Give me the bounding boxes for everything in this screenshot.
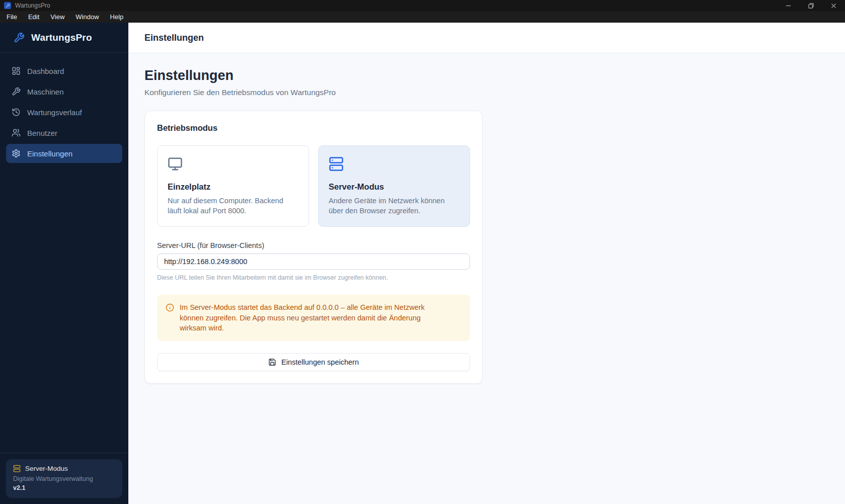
header-title: Einstellungen [144, 33, 204, 43]
status-subtitle: Digitale Wartungsverwaltung [13, 475, 115, 482]
sidebar-item-label: Wartungsverlauf [27, 108, 82, 117]
server-mode-status-box: Server-Modus Digitale Wartungsverwaltung… [6, 459, 122, 498]
sidebar-item-label: Benutzer [27, 129, 57, 137]
save-button-label: Einstellungen speichern [281, 358, 359, 366]
menu-window[interactable]: Window [70, 12, 104, 22]
restore-button[interactable] [800, 0, 822, 11]
sidebar-item-dashboard[interactable]: Dashboard [6, 61, 122, 80]
title-bar: WartungsPro [0, 0, 845, 11]
sidebar-item-label: Maschinen [27, 88, 64, 96]
sidebar-item-label: Einstellungen [27, 149, 72, 158]
info-icon [166, 303, 174, 312]
main-area: Einstellungen Einstellungen Konfiguriere… [128, 23, 845, 504]
monitor-icon [168, 156, 298, 174]
save-settings-button[interactable]: Einstellungen speichern [157, 353, 470, 371]
app-logo: WartungsPro [0, 23, 128, 53]
content-area: Einstellungen Konfigurieren Sie den Betr… [128, 53, 845, 398]
server-mode-warning: Im Server-Modus startet das Backend auf … [157, 295, 470, 341]
menu-view[interactable]: View [45, 12, 70, 22]
mode-options: Einzelplatz Nur auf diesem Computer. Bac… [157, 145, 470, 227]
page-title: Einstellungen [144, 68, 829, 83]
gear-icon [12, 149, 21, 158]
app-icon [4, 2, 11, 9]
server-icon [329, 156, 459, 174]
mode-option-einzelplatz[interactable]: Einzelplatz Nur auf diesem Computer. Bac… [157, 145, 309, 227]
page-subtitle: Konfigurieren Sie den Betriebsmodus von … [144, 88, 829, 97]
menu-bar: File Edit View Window Help [0, 11, 845, 23]
save-icon [268, 358, 276, 366]
dashboard-icon [12, 66, 21, 75]
mode-option-server-modus[interactable]: Server-Modus Andere Geräte im Netzwerk k… [318, 145, 470, 227]
menu-file[interactable]: File [1, 12, 23, 22]
status-mode-label: Server-Modus [25, 465, 68, 472]
sidebar-footer: Server-Modus Digitale Wartungsverwaltung… [0, 453, 128, 504]
section-title: Betriebsmodus [157, 123, 470, 133]
server-url-helper: Diese URL teilen Sie Ihren Mitarbeitern … [157, 274, 470, 281]
warning-text: Im Server-Modus startet das Backend auf … [180, 302, 446, 333]
menu-help[interactable]: Help [105, 12, 129, 22]
sidebar-item-maschinen[interactable]: Maschinen [6, 82, 122, 101]
betriebsmodus-card: Betriebsmodus Einzelplatz Nur auf diesem… [144, 111, 483, 384]
server-url-input[interactable] [157, 254, 470, 270]
window-controls [777, 0, 845, 11]
server-url-label: Server-URL (für Browser-Clients) [157, 241, 470, 249]
minimize-button[interactable] [777, 0, 800, 11]
sidebar-item-label: Dashboard [27, 67, 64, 75]
mode-description: Andere Geräte im Netzwerk können über de… [329, 196, 459, 216]
sidebar: WartungsPro Dashboard Maschinen Wartungs… [0, 23, 128, 504]
server-status-icon [13, 465, 21, 472]
mode-title: Server-Modus [329, 182, 459, 192]
users-icon [12, 128, 21, 137]
sidebar-nav: Dashboard Maschinen Wartungsverlauf Benu… [0, 53, 128, 164]
sidebar-item-benutzer[interactable]: Benutzer [6, 123, 122, 142]
menu-edit[interactable]: Edit [23, 12, 45, 22]
logo-text: WartungsPro [31, 32, 92, 43]
sidebar-spacer [0, 164, 128, 453]
wrench-logo-icon [14, 32, 25, 43]
window-title: WartungsPro [15, 2, 50, 9]
close-button[interactable] [822, 0, 845, 11]
mode-title: Einzelplatz [168, 182, 298, 192]
sidebar-item-einstellungen[interactable]: Einstellungen [6, 144, 122, 163]
mode-description: Nur auf diesem Computer. Backend läuft l… [168, 196, 298, 216]
history-icon [12, 108, 21, 117]
top-header: Einstellungen [128, 23, 845, 53]
version-label: v2.1 [13, 484, 115, 491]
sidebar-item-wartungsverlauf[interactable]: Wartungsverlauf [6, 103, 122, 122]
wrench-icon [12, 87, 21, 96]
